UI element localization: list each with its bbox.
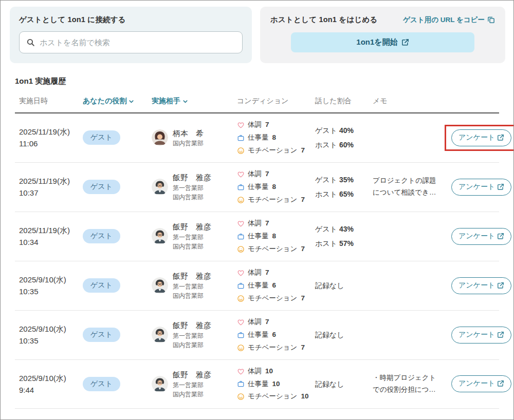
host-panel-title: ホストとして 1on1 をはじめる [270, 15, 378, 25]
survey-button-label: アンケート [458, 379, 495, 388]
heart-icon [237, 170, 245, 178]
condition-health-label: 体調 [248, 217, 262, 230]
host-search-box[interactable] [19, 31, 243, 53]
copy-guest-url-link[interactable]: ゲスト用の URL をコピー [403, 15, 495, 25]
session-datetime: 2025/9/10(水) 10:35 [15, 323, 83, 347]
condition-health: 体調7 [237, 266, 315, 279]
col-header-memo: メモ [373, 97, 445, 106]
chevron-down-icon [128, 98, 135, 105]
partner-departments: 第一営業部国内営業部 [173, 380, 211, 399]
condition-workload-label: 仕事量 [248, 279, 269, 292]
copy-guest-url-label: ゲスト用の URL をコピー [403, 15, 485, 25]
external-link-icon [497, 233, 504, 240]
history-table-header: 実施日時 あなたの役割 実施相手 コンディション 話した割合 メモ [15, 86, 499, 113]
condition-health-label: 体調 [248, 266, 262, 279]
condition-motivation-label: モチベーション [248, 194, 297, 206]
ratio-percent: ゲスト 43% ホスト 57% [315, 222, 373, 251]
col-header-role-filter[interactable]: あなたの役割 [83, 97, 135, 106]
avatar [152, 179, 168, 195]
host-search-input[interactable] [40, 38, 235, 47]
avatar [152, 228, 168, 244]
survey-button-label: アンケート [458, 182, 495, 192]
chevron-down-icon [182, 98, 189, 105]
condition-workload-label: 仕事量 [248, 378, 269, 391]
briefcase-icon [237, 282, 245, 290]
condition-health-label: 体調 [248, 316, 262, 329]
survey-button[interactable]: アンケート [451, 327, 511, 343]
talk-ratio-cell: ゲスト 35% ホスト 65% [315, 173, 373, 201]
survey-highlight-box: アンケート [445, 322, 514, 348]
history-row: 2025/9/10(水) 10:35 ゲスト 飯野 雅彦 第一営業部国内営業部 … [15, 311, 499, 360]
start-1on1-button[interactable]: 1on1を開始 [291, 32, 474, 52]
partner-departments: 第一営業部国内営業部 [173, 233, 211, 251]
condition-workload: 仕事量8 [237, 131, 315, 144]
ratio-percent: ゲスト 35% ホスト 65% [315, 173, 373, 201]
ratio-none: 記録なし [315, 328, 373, 342]
survey-highlight-box: アンケート [445, 273, 514, 299]
smiley-icon [237, 344, 245, 352]
heart-icon [237, 368, 245, 375]
history-rows: 2025/11/19(水) 11:06 ゲスト 柄本 希 国内営業部 体調7 仕… [15, 113, 499, 409]
partner-departments: 国内営業部 [173, 139, 204, 148]
smiley-icon [237, 245, 245, 253]
role-badge: ゲスト [83, 229, 120, 243]
survey-button-label: アンケート [458, 232, 495, 241]
condition-motivation: モチベーション7 [237, 144, 315, 157]
smiley-icon [237, 147, 245, 155]
survey-button[interactable]: アンケート [451, 277, 511, 294]
survey-button-label: アンケート [458, 133, 495, 142]
survey-button[interactable]: アンケート [451, 129, 511, 146]
condition-workload-label: 仕事量 [248, 181, 269, 194]
condition-motivation-label: モチベーション [248, 341, 297, 354]
role-badge: ゲスト [83, 377, 120, 391]
condition-cell: 体調7 仕事量6 モチベーション7 [237, 316, 315, 354]
avatar [152, 327, 168, 343]
survey-button[interactable]: アンケート [451, 179, 511, 196]
heart-icon [237, 121, 245, 129]
condition-workload: 仕事量8 [237, 181, 315, 194]
condition-workload-label: 仕事量 [248, 329, 269, 341]
role-cell: ゲスト [83, 328, 152, 342]
condition-workload-label: 仕事量 [248, 230, 269, 243]
ratio-guest-label: ゲスト [315, 225, 337, 233]
col-header-partner-filter[interactable]: 実施相手 [152, 97, 189, 106]
history-section-title: 1on1 実施履歴 [15, 77, 500, 86]
session-datetime: 2025/11/19(水) 10:37 [15, 175, 83, 199]
partner-cell: 飯野 雅彦 第一営業部国内営業部 [152, 221, 237, 251]
condition-workload: 仕事量8 [237, 230, 315, 243]
ratio-none: 記録なし [315, 377, 373, 391]
survey-highlight-box: アンケート [445, 174, 514, 200]
history-row: 2025/9/10(水) 9:44 ゲスト 飯野 雅彦 第一営業部国内営業部 体… [15, 360, 499, 409]
role-cell: ゲスト [83, 180, 152, 194]
ratio-none: 記録なし [315, 278, 373, 293]
survey-button-label: アンケート [458, 281, 495, 290]
start-1on1-label: 1on1を開始 [356, 37, 397, 47]
external-link-icon [497, 134, 504, 141]
avatar [152, 129, 168, 146]
condition-health-label: 体調 [248, 168, 262, 181]
partner-cell: 飯野 雅彦 第一営業部国内営業部 [152, 271, 237, 300]
history-row: 2025/11/19(水) 11:06 ゲスト 柄本 希 国内営業部 体調7 仕… [15, 113, 499, 163]
survey-button[interactable]: アンケート [451, 228, 511, 245]
smiley-icon [237, 295, 245, 302]
col-header-condition: コンディション [237, 97, 315, 106]
history-row: 2025/9/10(水) 10:35 ゲスト 飯野 雅彦 第一営業部国内営業部 … [15, 261, 499, 311]
external-link-icon [401, 39, 409, 46]
avatar [152, 277, 168, 294]
partner-name: 飯野 雅彦 [173, 221, 211, 233]
heart-icon [237, 269, 245, 277]
partner-departments: 第一営業部国内営業部 [173, 183, 211, 202]
ratio-host-label: ホスト [315, 141, 337, 149]
survey-highlight-box: アンケート [445, 223, 514, 250]
col-header-role-label: あなたの役割 [83, 97, 126, 106]
partner-name: 柄本 希 [173, 128, 204, 139]
partner-cell: 飯野 雅彦 第一営業部国内営業部 [152, 369, 237, 399]
ratio-percent: ゲスト 40% ホスト 60% [315, 123, 373, 152]
condition-cell: 体調7 仕事量8 モチベーション7 [237, 217, 315, 256]
survey-button[interactable]: アンケート [451, 375, 511, 392]
condition-motivation-label: モチベーション [248, 390, 297, 403]
external-link-icon [497, 380, 504, 387]
briefcase-icon [237, 134, 245, 142]
talk-ratio-cell: 記録なし [315, 328, 373, 342]
role-cell: ゲスト [83, 229, 152, 243]
